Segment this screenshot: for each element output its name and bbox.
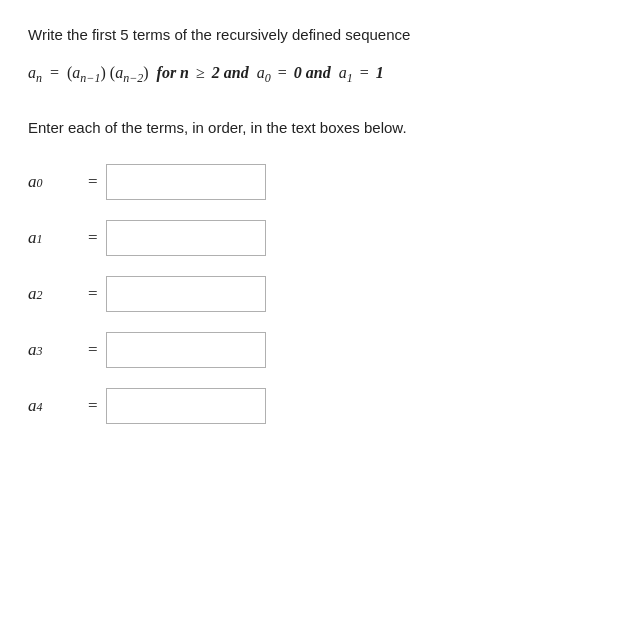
term-label-a4: a4 bbox=[28, 396, 88, 416]
enter-instruction: Enter each of the terms, in order, in th… bbox=[28, 117, 604, 140]
formula-equals: = bbox=[50, 59, 59, 88]
term-input-a3[interactable] bbox=[106, 332, 266, 368]
term-input-a4[interactable] bbox=[106, 388, 266, 424]
term-equals-a2: = bbox=[88, 284, 98, 304]
formula-rhs: (an−1) (an−2) for n ≥ 2 and a0 = 0 and a… bbox=[67, 59, 384, 90]
term-input-a0[interactable] bbox=[106, 164, 266, 200]
term-equals-a4: = bbox=[88, 396, 98, 416]
term-row-a0: a0 = bbox=[28, 164, 604, 200]
formula-display: an = (an−1) (an−2) for n ≥ 2 and a0 = 0 … bbox=[28, 59, 604, 90]
term-label-a0: a0 bbox=[28, 172, 88, 192]
term-equals-a0: = bbox=[88, 172, 98, 192]
term-row-a1: a1 = bbox=[28, 220, 604, 256]
formula-lhs: an bbox=[28, 59, 42, 90]
terms-container: a0 = a1 = a2 = a3 = a4 = bbox=[28, 164, 604, 424]
term-input-a1[interactable] bbox=[106, 220, 266, 256]
term-row-a2: a2 = bbox=[28, 276, 604, 312]
term-label-a3: a3 bbox=[28, 340, 88, 360]
term-equals-a1: = bbox=[88, 228, 98, 248]
main-instruction: Write the first 5 terms of the recursive… bbox=[28, 24, 604, 47]
term-label-a1: a1 bbox=[28, 228, 88, 248]
term-equals-a3: = bbox=[88, 340, 98, 360]
term-input-a2[interactable] bbox=[106, 276, 266, 312]
term-row-a4: a4 = bbox=[28, 388, 604, 424]
term-label-a2: a2 bbox=[28, 284, 88, 304]
term-row-a3: a3 = bbox=[28, 332, 604, 368]
